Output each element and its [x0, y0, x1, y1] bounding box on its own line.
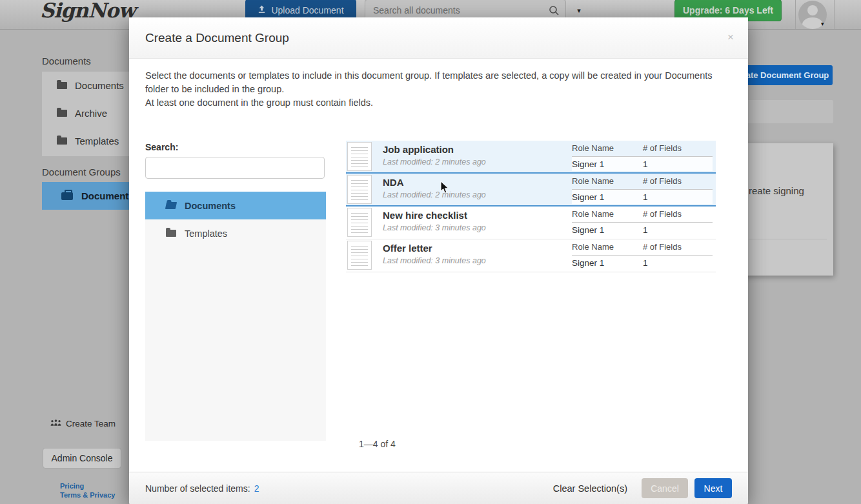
create-team-button[interactable]: Create Team [50, 419, 116, 428]
document-row-new-hire-checklist[interactable]: New hire checklist Last modified: 3 minu… [346, 207, 716, 239]
document-row-job-application[interactable]: Job application Last modified: 2 minutes… [346, 141, 716, 174]
folder-icon [57, 137, 67, 145]
document-title: NDA [383, 177, 404, 188]
background-card-text: reate signing [749, 185, 804, 196]
document-modified: Last modified: 2 minutes ago [383, 157, 486, 166]
modal-search-input[interactable] [145, 157, 325, 179]
open-folder-icon [165, 202, 177, 209]
document-modified: Last modified: 3 minutes ago [383, 256, 486, 265]
document-modified: Last modified: 3 minutes ago [383, 223, 486, 232]
fields-value: 1 [643, 258, 648, 268]
pricing-link[interactable]: Pricing [60, 482, 84, 490]
upload-label: Upload Document [271, 5, 343, 15]
fields-value: 1 [643, 225, 648, 235]
pagination-label: 1—4 of 4 [359, 439, 396, 449]
document-thumbnail [347, 241, 372, 270]
chevron-down-icon: ▾ [577, 6, 581, 15]
role-table: Role Name # of Fields Signer 1 1 [572, 209, 713, 237]
document-title: Offer letter [383, 243, 432, 254]
cancel-button[interactable]: Cancel [642, 478, 688, 498]
header-divider [834, 0, 835, 29]
document-thumbnail [347, 208, 372, 237]
role-name-header: Role Name [572, 242, 643, 255]
modal-title: Create a Document Group [145, 17, 289, 59]
document-row-nda[interactable]: NDA Last modified: 2 minutes ago Role Na… [346, 174, 716, 207]
background-card-fragment: reate signing [742, 143, 833, 276]
header-divider [795, 0, 796, 29]
role-table: Role Name # of Fields Signer 1 1 [572, 143, 713, 171]
fields-value: 1 [643, 192, 648, 202]
modal-description: Select the documents or templates to inc… [145, 69, 722, 110]
document-title: New hire checklist [383, 210, 467, 221]
selected-items-label: Number of selected items: [145, 483, 250, 494]
role-name-header: Role Name [572, 143, 643, 156]
document-thumbnail [347, 142, 372, 171]
briefcase-icon [61, 192, 73, 200]
role-name-value: Signer 1 [572, 159, 643, 169]
document-modified: Last modified: 2 minutes ago [383, 190, 486, 199]
sidebar-folder-panel: Documents Archive Templates [42, 72, 129, 156]
folder-icon [57, 110, 67, 117]
folder-label: Documents [185, 201, 236, 211]
role-name-header: Role Name [572, 209, 643, 222]
role-name-value: Signer 1 [572, 258, 643, 268]
sidebar-item-documents[interactable]: Documents [42, 72, 129, 99]
modal-folder-documents[interactable]: Documents [145, 192, 326, 219]
admin-console-button[interactable]: Admin Console [43, 448, 121, 469]
background-toolbar-fragment [742, 100, 833, 123]
modal-search-label: Search: [145, 142, 178, 152]
role-name-value: Signer 1 [572, 225, 643, 235]
folder-icon [57, 82, 67, 89]
upload-icon [258, 5, 266, 15]
sidebar-section-document-groups: Document Groups [42, 166, 121, 177]
sidebar-item-label: Archive [75, 108, 107, 119]
close-icon[interactable]: × [727, 32, 734, 43]
team-people-icon [50, 419, 62, 428]
account-menu-caret-icon[interactable]: ▾ [821, 21, 824, 27]
sidebar-item-templates[interactable]: Templates [42, 127, 129, 155]
sidebar-item-document-group[interactable]: Document [42, 182, 129, 210]
create-team-label: Create Team [66, 419, 116, 428]
role-table: Role Name # of Fields Signer 1 1 [572, 176, 713, 204]
sidebar-item-label: Documents [75, 80, 124, 91]
clear-selection-button[interactable]: Clear Selection(s) [553, 483, 627, 494]
search-icon [549, 5, 560, 19]
role-name-value: Signer 1 [572, 192, 643, 202]
modal-footer: Number of selected items: 2 Clear Select… [129, 472, 748, 504]
terms-privacy-link[interactable]: Terms & Privacy [60, 491, 115, 499]
create-document-group-button[interactable]: ate Document Group [742, 65, 833, 85]
background-card-divider [749, 239, 827, 239]
folder-label: Templates [185, 228, 227, 239]
fields-header: # of Fields [643, 242, 682, 255]
modal-folder-list: Documents Templates [145, 192, 326, 441]
document-thumbnail [347, 175, 372, 204]
selected-items-count: 2 [254, 483, 259, 494]
document-list: Job application Last modified: 2 minutes… [346, 141, 716, 272]
description-line-2: At least one document in the group must … [145, 96, 722, 110]
fields-header: # of Fields [643, 209, 682, 222]
sidebar-item-label: Document [81, 190, 128, 201]
app-screen: SignNow Upload Document ▾ Upgrade: 6 Day… [0, 0, 861, 504]
folder-icon [166, 230, 176, 237]
create-document-group-modal: Create a Document Group × Select the doc… [129, 17, 748, 504]
document-title: Job application [383, 144, 454, 155]
sidebar-item-label: Templates [75, 136, 119, 146]
fields-header: # of Fields [643, 176, 682, 189]
fields-value: 1 [643, 159, 648, 169]
role-name-header: Role Name [572, 176, 643, 189]
signnow-logo: SignNow [40, 0, 135, 22]
sidebar-section-documents: Documents [42, 55, 91, 66]
fields-header: # of Fields [643, 143, 682, 156]
document-row-offer-letter[interactable]: Offer letter Last modified: 3 minutes ag… [346, 239, 716, 272]
description-line-1: Select the documents or templates to inc… [145, 69, 722, 96]
sidebar-item-archive[interactable]: Archive [42, 99, 129, 127]
role-table: Role Name # of Fields Signer 1 1 [572, 242, 713, 270]
modal-folder-templates[interactable]: Templates [145, 219, 326, 247]
next-button[interactable]: Next [694, 478, 732, 498]
modal-header: Create a Document Group × [129, 17, 748, 59]
